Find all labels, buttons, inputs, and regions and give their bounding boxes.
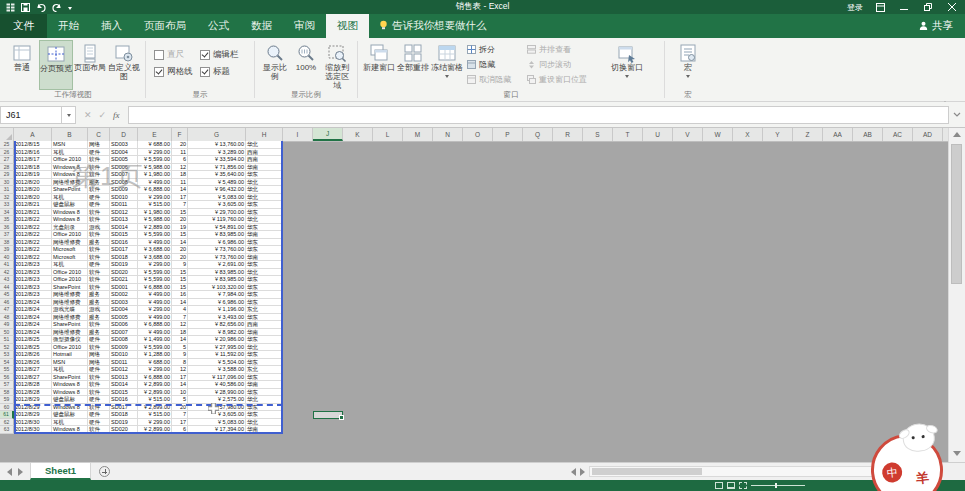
cell[interactable]: 游戏 — [88, 224, 110, 232]
cell[interactable]: ¥ 499.00 — [138, 299, 172, 307]
row-header-41[interactable]: 41 — [0, 261, 14, 269]
cell[interactable]: 华东 — [246, 336, 283, 344]
cell[interactable]: 华北 — [246, 141, 283, 149]
redo-icon[interactable] — [52, 3, 62, 12]
cell[interactable]: 14 — [172, 186, 188, 194]
cell[interactable]: ¥ 20,986.00 — [188, 336, 246, 344]
cell[interactable]: 网络 — [88, 351, 110, 359]
column-header-X[interactable]: X — [733, 128, 763, 141]
cell[interactable]: 14 — [172, 381, 188, 389]
cell[interactable]: 华东 — [246, 359, 283, 367]
cell[interactable]: 12 — [172, 164, 188, 172]
cell[interactable]: 网络维修费 — [52, 179, 88, 187]
row-header-60[interactable]: 60 — [0, 404, 14, 412]
cell[interactable]: ¥ 2,889.00 — [138, 224, 172, 232]
cell[interactable]: ¥ 5,988.00 — [138, 164, 172, 172]
column-header-AB[interactable]: AB — [853, 128, 883, 141]
cell[interactable]: ¥ 6,888.00 — [138, 186, 172, 194]
column-header-F[interactable]: F — [172, 128, 188, 141]
cell[interactable]: 14 — [172, 299, 188, 307]
cell[interactable]: ¥ 40,586.00 — [188, 381, 246, 389]
cell[interactable]: 西南 — [246, 156, 283, 164]
cell[interactable]: 服务 — [88, 299, 110, 307]
cell[interactable]: 软件 — [88, 164, 110, 172]
cell[interactable]: SharePoint — [52, 186, 88, 194]
cell[interactable]: 华北 — [246, 216, 283, 224]
cell[interactable]: 耳机 — [52, 194, 88, 202]
cell[interactable]: ¥ 73,760.00 — [188, 254, 246, 262]
cell[interactable]: ¥ 73,760.00 — [188, 246, 246, 254]
cell[interactable]: 5 — [172, 396, 188, 404]
row-header-42[interactable]: 42 — [0, 269, 14, 277]
cell[interactable]: 11 — [172, 149, 188, 157]
restore-icon[interactable] — [921, 1, 935, 13]
cell[interactable]: 2012/8/22 — [14, 254, 52, 262]
cell[interactable]: 华东 — [246, 411, 283, 419]
cell[interactable]: SD009 — [110, 344, 138, 352]
cell[interactable]: 2012/8/15 — [14, 141, 52, 149]
cell[interactable]: SD011 — [110, 201, 138, 209]
macros-button[interactable]: 宏 — [671, 40, 705, 90]
row-header-50[interactable]: 50 — [0, 329, 14, 337]
cell[interactable]: 软件 — [88, 276, 110, 284]
cell[interactable]: 2012/8/25 — [14, 344, 52, 352]
cell[interactable]: 华北 — [246, 186, 283, 194]
row-header-49[interactable]: 49 — [0, 321, 14, 329]
cell[interactable]: 2012/8/24 — [14, 314, 52, 322]
cell[interactable]: 2012/8/26 — [14, 351, 52, 359]
cell[interactable]: ¥ 3,493.00 — [188, 314, 246, 322]
cell[interactable]: 耳机 — [52, 366, 88, 374]
cell[interactable]: 硬件 — [88, 419, 110, 427]
tab-view[interactable]: 视图 — [326, 14, 369, 38]
cell[interactable]: 2012/8/27 — [14, 366, 52, 374]
cell[interactable]: ¥ 1,499.00 — [138, 336, 172, 344]
cell[interactable]: ¥ 17,394.00 — [188, 426, 246, 434]
cell[interactable]: SD004 — [110, 149, 138, 157]
cell[interactable]: Office 2010 — [52, 269, 88, 277]
tab-home[interactable]: 开始 — [47, 14, 90, 38]
cell[interactable]: 软件 — [88, 381, 110, 389]
cell[interactable]: 华北 — [246, 344, 283, 352]
cell[interactable]: 2012/8/22 — [14, 231, 52, 239]
cell[interactable]: 20 — [172, 254, 188, 262]
cell[interactable]: 华东 — [246, 299, 283, 307]
cell[interactable]: 东北 — [246, 366, 283, 374]
qat-customize-icon[interactable] — [68, 7, 72, 10]
cell[interactable]: ¥ 6,986.00 — [188, 239, 246, 247]
cell[interactable]: ¥ 3,605.00 — [188, 201, 246, 209]
cell[interactable]: 网络 — [88, 141, 110, 149]
cell[interactable]: SD020 — [110, 269, 138, 277]
column-header-G[interactable]: G — [188, 128, 246, 141]
cell[interactable]: SD014 — [110, 224, 138, 232]
cell[interactable]: ¥ 6,986.00 — [188, 299, 246, 307]
page-layout-view-button[interactable]: 页面布局 — [73, 40, 107, 90]
column-header-D[interactable]: D — [110, 128, 138, 141]
cell[interactable]: ¥ 5,489.00 — [188, 179, 246, 187]
row-header-57[interactable]: 57 — [0, 381, 14, 389]
cell[interactable]: ¥ 5,599.00 — [138, 344, 172, 352]
cell[interactable]: ¥ 515.00 — [138, 396, 172, 404]
cell[interactable]: 软件 — [88, 284, 110, 292]
cell[interactable]: 15 — [172, 209, 188, 217]
cell[interactable]: SD015 — [110, 389, 138, 397]
cell[interactable]: SD018 — [110, 411, 138, 419]
column-header-I[interactable]: I — [283, 128, 313, 141]
cell[interactable]: 键盘鼠标 — [52, 411, 88, 419]
cell[interactable]: ¥ 1,980.00 — [138, 209, 172, 217]
next-sheet-icon[interactable] — [18, 468, 23, 476]
cell[interactable]: 20 — [172, 404, 188, 412]
cell[interactable]: 15 — [172, 269, 188, 277]
cell[interactable]: Microsoft — [52, 246, 88, 254]
cell[interactable]: 软件 — [88, 186, 110, 194]
row-header-29[interactable]: 29 — [0, 171, 14, 179]
hide-button[interactable]: 隐藏 — [464, 57, 524, 72]
cell[interactable]: ¥ 33,594.00 — [188, 156, 246, 164]
cell[interactable]: SD017 — [110, 404, 138, 412]
zoom-slider[interactable] — [751, 485, 805, 486]
switch-windows-button[interactable]: 切换窗口 — [610, 40, 644, 90]
column-header-N[interactable]: N — [433, 128, 463, 141]
cell[interactable]: ¥ 499.00 — [138, 179, 172, 187]
cell[interactable]: 17 — [172, 419, 188, 427]
cell[interactable]: 2012/8/16 — [14, 149, 52, 157]
column-header-Z[interactable]: Z — [793, 128, 823, 141]
